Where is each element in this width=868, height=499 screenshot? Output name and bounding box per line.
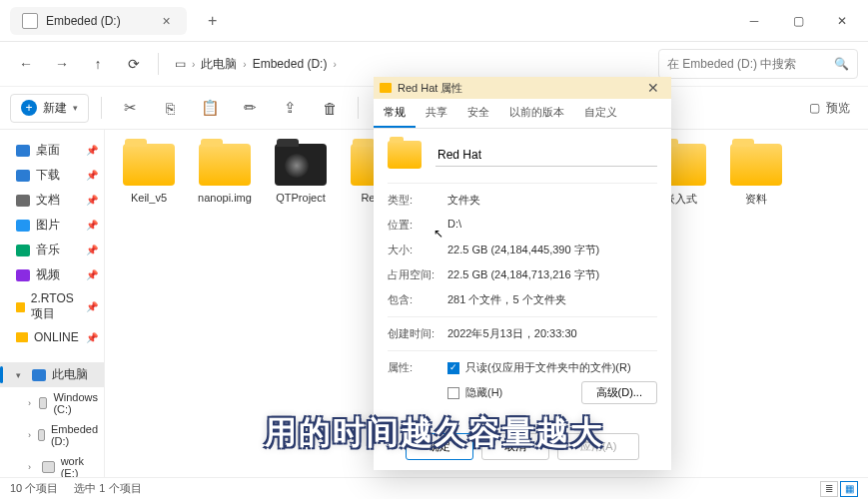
rename-icon[interactable]: ✏ (234, 92, 266, 124)
pc-icon (32, 369, 46, 381)
tab-sharing[interactable]: 共享 (416, 99, 457, 128)
properties-dialog: Red Hat 属性 ✕ 常规 共享 安全 以前的版本 自定义 类型:文件夹 位… (374, 77, 671, 470)
pin-icon: 📌 (86, 301, 98, 312)
apply-button[interactable]: 应用(A) (557, 433, 640, 460)
ondisk-value: 22.5 GB (24,184,713,216 字节) (447, 267, 657, 282)
statusbar: 10 个项目 选中 1 个项目 ≣ ▦ (0, 477, 868, 499)
preview-icon: ▢ (809, 101, 820, 115)
tab-general[interactable]: 常规 (374, 99, 416, 128)
contains-value: 281 个文件，5 个文件夹 (447, 292, 657, 307)
chevron-right-icon[interactable]: › (28, 462, 36, 472)
sidebar-item-online[interactable]: ONLINE📌 (0, 326, 104, 348)
folder-icon (123, 144, 175, 186)
home-icon[interactable]: ▭ (175, 57, 186, 71)
desktop-icon (16, 145, 30, 157)
folder-item[interactable]: Keil_v5 (117, 144, 181, 207)
window-tab[interactable]: Embeded (D:) × (10, 7, 187, 35)
delete-icon[interactable]: 🗑 (314, 92, 346, 124)
up-button[interactable]: ↑ (82, 48, 114, 80)
preview-label: 预览 (826, 100, 850, 117)
sidebar-item-downloads[interactable]: 下载📌 (0, 163, 104, 188)
pin-icon: 📌 (86, 269, 98, 280)
dialog-title: Red Hat 属性 (398, 81, 462, 96)
crumb-drive[interactable]: Embeded (D:) (253, 57, 328, 71)
sidebar-item-pictures[interactable]: 图片📌 (0, 213, 104, 238)
new-button[interactable]: + 新建 ▾ (10, 94, 89, 123)
new-tab-button[interactable]: + (199, 7, 227, 35)
view-details-button[interactable]: ≣ (820, 481, 838, 497)
folder-icon (380, 83, 392, 93)
pin-icon: 📌 (86, 145, 98, 156)
chevron-down-icon: ▾ (73, 103, 78, 113)
close-icon[interactable]: ✕ (641, 80, 665, 96)
pictures-icon (16, 220, 30, 232)
close-tab-icon[interactable]: × (159, 13, 175, 29)
type-value: 文件夹 (447, 193, 657, 208)
folder-icon (730, 144, 782, 186)
folder-name-input[interactable] (435, 144, 657, 167)
chevron-right-icon[interactable]: › (28, 430, 32, 440)
sidebar: 桌面📌 下载📌 文档📌 图片📌 音乐📌 视频📌 2.RTOS项目📌 ONLINE… (0, 130, 105, 481)
folder-item[interactable]: 资料 (724, 144, 788, 207)
disk-icon (42, 461, 54, 473)
video-icon (16, 269, 30, 281)
minimize-button[interactable]: ─ (732, 6, 776, 36)
search-input[interactable] (667, 57, 828, 71)
preview-button[interactable]: ▢ 预览 (801, 96, 858, 121)
view-grid-button[interactable]: ▦ (840, 481, 858, 497)
chevron-right-icon[interactable]: › (28, 398, 33, 408)
folder-item[interactable]: QTProject (269, 144, 333, 207)
cut-icon[interactable]: ✂ (114, 92, 146, 124)
plus-icon: + (21, 100, 37, 116)
chevron-down-icon[interactable]: ▾ (16, 370, 26, 380)
advanced-button[interactable]: 高级(D)... (581, 381, 657, 404)
forward-button[interactable]: → (46, 48, 78, 80)
maximize-button[interactable]: ▢ (776, 6, 820, 36)
hidden-checkbox[interactable]: 隐藏(H) (447, 385, 502, 400)
crumb-pc[interactable]: 此电脑 (201, 56, 237, 73)
sidebar-item-music[interactable]: 音乐📌 (0, 238, 104, 262)
selected-count: 选中 1 个项目 (74, 481, 141, 496)
search-box[interactable]: 🔍 (658, 49, 858, 79)
music-icon (16, 245, 30, 256)
disk-icon (38, 429, 45, 441)
tab-custom[interactable]: 自定义 (574, 99, 627, 128)
sidebar-item-rtos[interactable]: 2.RTOS项目📌 (0, 287, 104, 326)
created-label: 创建时间: (388, 326, 447, 341)
search-icon[interactable]: 🔍 (834, 57, 849, 71)
sidebar-item-documents[interactable]: 文档📌 (0, 188, 104, 213)
tab-title: Embeded (D:) (46, 14, 121, 28)
folder-item[interactable]: nanopi.img (193, 144, 257, 207)
sidebar-item-videos[interactable]: 视频📌 (0, 262, 104, 287)
breadcrumb[interactable]: ▭ › 此电脑 › Embeded (D:) › (167, 56, 642, 73)
pin-icon: 📌 (86, 332, 98, 343)
attr-label: 属性: (388, 360, 447, 404)
close-button[interactable]: ✕ (820, 6, 864, 36)
separator (101, 97, 102, 119)
refresh-button[interactable]: ⟳ (118, 48, 150, 80)
download-icon (16, 170, 30, 182)
ok-button[interactable]: 确定 (406, 433, 473, 460)
separator (158, 53, 159, 75)
contains-label: 包含: (388, 292, 447, 307)
chevron-right-icon: › (192, 59, 195, 70)
tab-previous[interactable]: 以前的版本 (499, 99, 574, 128)
dialog-tabs: 常规 共享 安全 以前的版本 自定义 (374, 99, 671, 129)
copy-icon[interactable]: ⎘ (154, 92, 186, 124)
cancel-button[interactable]: 取消 (481, 433, 549, 460)
paste-icon[interactable]: 📋 (194, 92, 226, 124)
pin-icon: 📌 (86, 220, 98, 231)
tab-security[interactable]: 安全 (457, 99, 499, 128)
sidebar-item-drive-d[interactable]: ›Embeded (D:) (0, 419, 104, 451)
sidebar-item-thispc[interactable]: ▾此电脑 (0, 362, 104, 387)
disk-icon (39, 397, 47, 409)
location-value: D:\ (447, 218, 657, 233)
back-button[interactable]: ← (10, 48, 42, 80)
dialog-titlebar[interactable]: Red Hat 属性 ✕ (374, 77, 671, 99)
pin-icon: 📌 (86, 195, 98, 206)
item-count: 10 个项目 (10, 481, 58, 496)
readonly-checkbox[interactable]: 只读(仅应用于文件夹中的文件)(R) (447, 360, 657, 375)
share-icon[interactable]: ⇪ (274, 92, 306, 124)
sidebar-item-desktop[interactable]: 桌面📌 (0, 138, 104, 163)
sidebar-item-drive-c[interactable]: ›Windows (C:) (0, 387, 104, 419)
